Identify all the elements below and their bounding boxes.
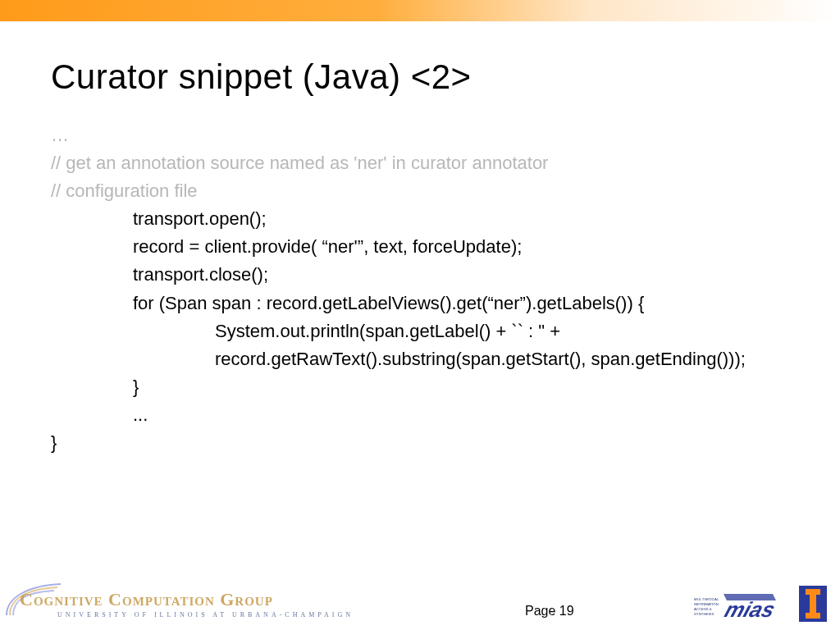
page-number: Page 19 (525, 604, 574, 619)
code-line: transport.close(); (51, 261, 807, 289)
mias-text: mias (722, 598, 776, 622)
svg-rect-3 (806, 613, 820, 619)
mias-subtext: ACCESS & (694, 607, 712, 611)
code-line: record = client.provide( “ner'”, text, f… (51, 233, 807, 261)
ccg-subtitle: UNIVERSITY OF ILLINOIS AT URBANA-CHAMPAI… (57, 611, 354, 619)
illinois-logo-icon (797, 584, 829, 627)
code-line: } (51, 429, 807, 457)
svg-rect-1 (806, 589, 820, 595)
mias-subtext: MULTIMODAL (694, 597, 719, 601)
code-comment: // get an annotation source named as 'ne… (51, 149, 807, 177)
top-accent-bar (0, 0, 840, 21)
code-comment: // configuration file (51, 177, 807, 205)
code-line: ... (51, 401, 807, 429)
code-line: … (51, 121, 807, 149)
code-line: } (51, 373, 807, 401)
slide: Curator snippet (Java) <2> … // get an a… (0, 0, 840, 630)
slide-title: Curator snippet (Java) <2> (51, 57, 840, 97)
code-line: for (Span span : record.getLabelViews().… (51, 290, 807, 317)
code-line: transport.open(); (51, 205, 807, 233)
code-line: System.out.println(span.getLabel() + `` … (51, 317, 807, 373)
mias-subtext: SYNTHESIS (694, 612, 714, 616)
ccg-name: Cognitive Computation Group (20, 589, 273, 610)
mias-logo: MULTIMODAL INFORMATION ACCESS & SYNTHESI… (694, 586, 776, 625)
mias-subtext: INFORMATION (694, 602, 719, 606)
svg-rect-2 (810, 595, 816, 613)
code-block: … // get an annotation source named as '… (51, 121, 807, 457)
footer: Cognitive Computation Group UNIVERSITY O… (0, 582, 840, 630)
